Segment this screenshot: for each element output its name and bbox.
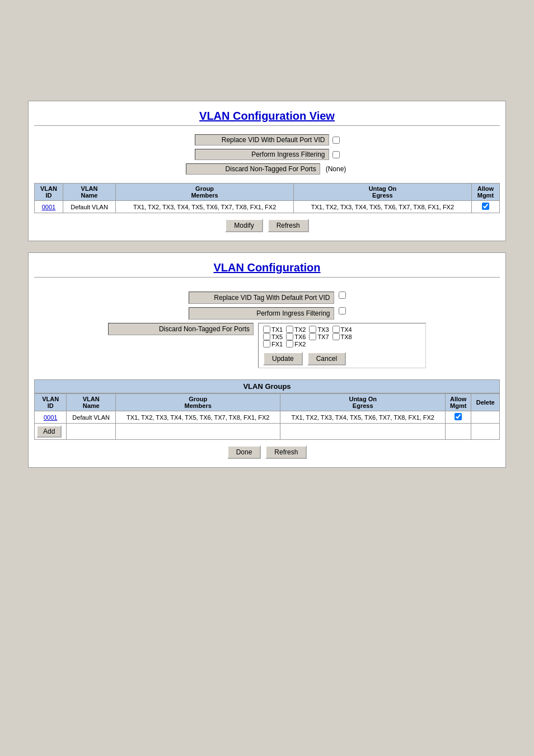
check-fx1[interactable]: FX1 <box>263 340 283 348</box>
ingress-filter-checkbox[interactable] <box>332 151 340 158</box>
modify-button[interactable]: Modify <box>225 219 263 232</box>
panel1-row-allowmgmt <box>471 201 499 213</box>
panel2-row2-label: Perform Ingress Filtering <box>189 307 334 320</box>
panel1-col-untagegress: Untag OnEgress <box>294 184 472 201</box>
panel1-button-row: Modify Refresh <box>34 219 500 232</box>
update-cancel-row: Update Cancel <box>263 352 421 365</box>
panel2-row-delete <box>471 411 500 424</box>
panel1-row1-label: Replace VID With Default Port VID <box>195 134 329 145</box>
panel1-row3: Discard Non-Tagged For Ports (None) <box>186 163 349 175</box>
panel2-table: VLANID VLANName GroupMembers Untag OnEgr… <box>34 393 500 440</box>
check-tx5[interactable]: TX5 <box>263 333 283 340</box>
vlan-groups-header: VLAN Groups <box>34 379 500 393</box>
panel1-col-allowmgmt: AllowMgmt <box>471 184 499 201</box>
checkboxes-row3: FX1 FX2 <box>263 340 421 348</box>
panel1-row-groupmembers: TX1, TX2, TX3, TX4, TX5, TX6, TX7, TX8, … <box>116 201 294 213</box>
panel2-row3-label: Discard Non-Tagged For Ports <box>108 323 254 335</box>
check-tx8[interactable]: TX8 <box>332 333 352 340</box>
check-tx6[interactable]: TX6 <box>286 333 306 340</box>
check-tx1[interactable]: TX1 <box>263 326 283 333</box>
allow-mgmt-checkbox-1[interactable] <box>482 203 489 210</box>
panel2-col-delete: Delete <box>471 394 500 411</box>
panel2-row-untagegress: TX1, TX2, TX3, TX4, TX5, TX6, TX7, TX8, … <box>280 411 446 424</box>
panel2-row-allowmgmt <box>445 411 471 424</box>
panel2-row-groupmembers: TX1, TX2, TX3, TX4, TX5, TX6, TX7, TX8, … <box>115 411 280 424</box>
table-row: 0001 Default VLAN TX1, TX2, TX3, TX4, TX… <box>35 411 500 424</box>
panel2-col-allowmgmt: AllowMgmt <box>445 394 471 411</box>
vlan-config-view-panel: VLAN Configuration View Replace VID With… <box>28 101 506 241</box>
panel2-button-row: Done Refresh <box>34 445 500 459</box>
add-button[interactable]: Add <box>36 425 62 438</box>
panel1-col-vlanname: VLANName <box>63 184 115 201</box>
check-fx2[interactable]: FX2 <box>286 340 306 348</box>
check-tx2[interactable]: TX2 <box>286 326 306 333</box>
panel2-row2: Perform Ingress Filtering <box>189 307 346 320</box>
panel2-col-untagegress: Untag OnEgress <box>280 394 446 411</box>
cancel-button[interactable]: Cancel <box>307 352 346 365</box>
panel2-col-vlanid: VLANID <box>35 394 67 411</box>
replace-vid-checkbox[interactable] <box>332 137 340 144</box>
panel1-row3-label: Discard Non-Tagged For Ports <box>186 163 320 175</box>
panel2-row1: Replace VID Tag With Default Port VID <box>189 292 346 304</box>
panel2-row1-label: Replace VID Tag With Default Port VID <box>189 292 334 304</box>
allow-mgmt-checkbox-2[interactable] <box>455 413 462 420</box>
done-button[interactable]: Done <box>227 445 261 459</box>
add-row: Add <box>35 424 500 440</box>
panel1-table: VLANID VLANName GroupMembers Untag OnEgr… <box>34 183 500 213</box>
panel1-row2-label: Perform Ingress Filtering <box>195 149 329 160</box>
panel2-form: Replace VID Tag With Default Port VID Pe… <box>34 286 500 374</box>
panel2-col-groupmembers: GroupMembers <box>115 394 280 411</box>
vlan-config-panel: VLAN Configuration Replace VID Tag With … <box>28 252 506 468</box>
panel1-col-vlanid: VLANID <box>35 184 63 201</box>
panel1-row1: Replace VID With Default Port VID <box>195 134 340 145</box>
panel2-row3: Discard Non-Tagged For Ports TX1 TX2 TX3… <box>108 323 426 368</box>
discard-ports-box: TX1 TX2 TX3 TX4 TX5 TX6 TX7 TX8 FX1 FX2 <box>258 323 426 368</box>
panel2-row-vlanname: Default VLAN <box>67 411 115 424</box>
checkboxes-row1: TX1 TX2 TX3 TX4 <box>263 326 421 333</box>
table-row: 0001 Default VLAN TX1, TX2, TX3, TX4, TX… <box>35 201 500 213</box>
refresh-button-1[interactable]: Refresh <box>268 219 309 232</box>
panel1-col-groupmembers: GroupMembers <box>116 184 294 201</box>
update-button[interactable]: Update <box>263 352 303 365</box>
refresh-button-2[interactable]: Refresh <box>265 445 307 459</box>
check-tx4[interactable]: TX4 <box>332 326 352 333</box>
checkboxes-row2: TX5 TX6 TX7 TX8 <box>263 333 421 340</box>
vlan-id-link-2[interactable]: 0001 <box>44 414 57 421</box>
replace-vid-tag-checkbox[interactable] <box>339 292 346 299</box>
panel1-row-untagegress: TX1, TX2, TX3, TX4, TX5, TX6, TX7, TX8, … <box>294 201 472 213</box>
check-tx3[interactable]: TX3 <box>309 326 329 333</box>
panel2-title: VLAN Configuration <box>34 261 500 278</box>
ingress-filter2-checkbox[interactable] <box>339 307 346 314</box>
panel2-col-vlanname: VLANName <box>67 394 115 411</box>
panel1-row-vlanname: Default VLAN <box>63 201 115 213</box>
check-tx7[interactable]: TX7 <box>309 333 329 340</box>
panel1-row2: Perform Ingress Filtering <box>195 149 340 160</box>
panel1-form: Replace VID With Default Port VID Perfor… <box>34 134 500 175</box>
vlan-id-link[interactable]: 0001 <box>42 204 55 210</box>
panel1-row3-value: (None) <box>324 164 349 174</box>
panel1-title: VLAN Configuration View <box>34 110 500 126</box>
